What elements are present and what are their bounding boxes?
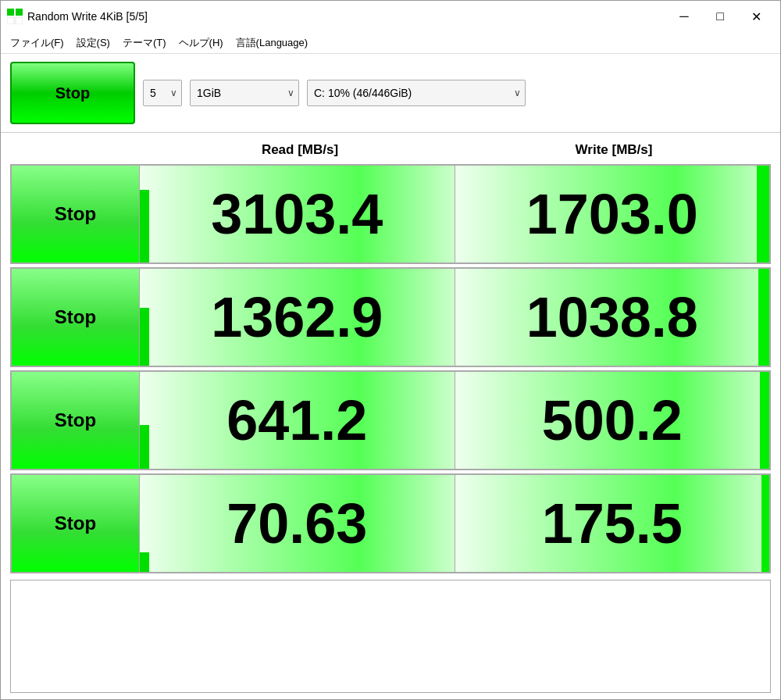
count-select[interactable]: 1234 567 8910 [143, 80, 182, 106]
close-button[interactable]: ✕ [738, 5, 774, 28]
stop-button-row2[interactable]: Stop [12, 269, 140, 366]
svg-rect-0 [7, 9, 14, 16]
stop-button-row1[interactable]: Stop [12, 166, 140, 262]
stop-button-row3[interactable]: Stop [12, 372, 140, 469]
window-controls: ─ □ ✕ [666, 5, 774, 28]
menu-settings[interactable]: 設定(S) [73, 34, 113, 52]
write-value-row2: 1038.8 [455, 269, 770, 366]
stop-button-row4[interactable]: Stop [12, 475, 140, 572]
menu-help[interactable]: ヘルプ(H) [176, 34, 226, 52]
svg-rect-2 [7, 17, 14, 24]
bottom-status-area [10, 580, 771, 693]
window-title: Random Write 4KiB [5/5] [27, 10, 666, 23]
table-row: Stop 1362.9 1038.8 [10, 267, 771, 367]
table-row: Stop 70.63 175.5 [10, 473, 771, 573]
write-value-row4: 175.5 [455, 475, 770, 572]
main-content: Read [MB/s] Write [MB/s] Stop 3103.4 170… [1, 133, 780, 699]
read-value-row2: 1362.9 [140, 269, 455, 366]
stop-button-top[interactable]: Stop [10, 62, 135, 124]
table-row: Stop 3103.4 1703.0 [10, 164, 771, 264]
write-value-row3: 500.2 [455, 372, 770, 469]
read-value-row4: 70.63 [140, 475, 455, 572]
maximize-button[interactable]: □ [702, 5, 738, 28]
write-value-row1: 1703.0 [455, 166, 770, 262]
menu-bar: ファイル(F) 設定(S) テーマ(T) ヘルプ(H) 言語(Language) [1, 32, 780, 54]
read-header: Read [MB/s] [143, 139, 457, 161]
svg-rect-1 [16, 9, 23, 16]
read-value-row3: 641.2 [140, 372, 455, 469]
size-select[interactable]: 1MiB512MiB1GiB2GiB [190, 80, 299, 106]
menu-theme[interactable]: テーマ(T) [119, 34, 169, 52]
write-header: Write [MB/s] [457, 139, 771, 161]
title-bar: Random Write 4KiB [5/5] ─ □ ✕ [1, 1, 780, 32]
toolbar: Stop 1234 567 8910 1MiB512MiB1GiB2GiB C:… [1, 54, 780, 133]
table-row: Stop 641.2 500.2 [10, 370, 771, 470]
count-select-wrapper: 1234 567 8910 [143, 80, 182, 106]
menu-language[interactable]: 言語(Language) [233, 34, 312, 52]
column-headers: Read [MB/s] Write [MB/s] [10, 139, 771, 161]
minimize-button[interactable]: ─ [666, 5, 702, 28]
drive-select-wrapper: C: 10% (46/446GiB) [307, 80, 526, 106]
svg-rect-3 [16, 17, 23, 24]
drive-select[interactable]: C: 10% (46/446GiB) [307, 80, 526, 106]
read-value-row1: 3103.4 [140, 166, 455, 262]
size-select-wrapper: 1MiB512MiB1GiB2GiB [190, 80, 299, 106]
menu-file[interactable]: ファイル(F) [7, 34, 67, 52]
main-window: Random Write 4KiB [5/5] ─ □ ✕ ファイル(F) 設定… [0, 0, 781, 700]
app-icon [7, 9, 23, 24]
